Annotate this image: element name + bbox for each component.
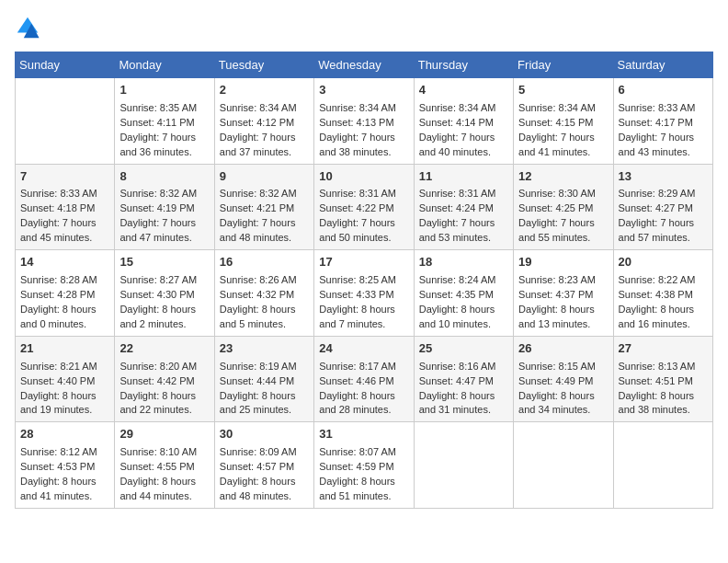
sunrise-text: Sunrise: 8:33 AM — [619, 101, 708, 116]
day-cell: 10Sunrise: 8:31 AMSunset: 4:22 PMDayligh… — [314, 164, 414, 250]
daylight-text: Daylight: 8 hours and 13 minutes. — [518, 303, 608, 332]
header-cell-saturday: Saturday — [613, 52, 712, 78]
sunset-text: Sunset: 4:37 PM — [518, 288, 608, 303]
day-cell: 13Sunrise: 8:29 AMSunset: 4:27 PMDayligh… — [613, 164, 712, 250]
calendar-header: SundayMondayTuesdayWednesdayThursdayFrid… — [16, 52, 713, 78]
daylight-text: Daylight: 7 hours and 53 minutes. — [419, 216, 508, 246]
logo — [15, 15, 44, 40]
day-cell: 31Sunrise: 8:07 AMSunset: 4:59 PMDayligh… — [314, 422, 414, 509]
sunset-text: Sunset: 4:17 PM — [619, 116, 708, 131]
daylight-text: Daylight: 8 hours and 38 minutes. — [619, 389, 708, 419]
sunset-text: Sunset: 4:19 PM — [119, 201, 209, 216]
daylight-text: Daylight: 8 hours and 16 minutes. — [619, 303, 708, 332]
sunrise-text: Sunrise: 8:13 AM — [619, 360, 708, 374]
daylight-text: Daylight: 7 hours and 45 minutes. — [20, 216, 109, 246]
day-cell: 14Sunrise: 8:28 AMSunset: 4:28 PMDayligh… — [16, 250, 115, 337]
sunset-text: Sunset: 4:30 PM — [119, 288, 209, 303]
daylight-text: Daylight: 8 hours and 0 minutes. — [20, 303, 109, 332]
day-number: 2 — [220, 82, 309, 99]
sunset-text: Sunset: 4:44 PM — [220, 374, 309, 389]
day-number: 28 — [20, 426, 109, 443]
day-number: 9 — [220, 168, 309, 186]
day-cell: 21Sunrise: 8:21 AMSunset: 4:40 PMDayligh… — [16, 336, 115, 422]
sunrise-text: Sunrise: 8:16 AM — [419, 360, 508, 374]
sunrise-text: Sunrise: 8:33 AM — [20, 187, 109, 201]
sunrise-text: Sunrise: 8:34 AM — [319, 101, 408, 116]
sunrise-text: Sunrise: 8:32 AM — [119, 187, 209, 201]
day-cell: 12Sunrise: 8:30 AMSunset: 4:25 PMDayligh… — [514, 164, 613, 250]
sunset-text: Sunset: 4:25 PM — [518, 201, 608, 216]
day-number: 30 — [220, 426, 309, 443]
day-cell: 29Sunrise: 8:10 AMSunset: 4:55 PMDayligh… — [115, 422, 214, 509]
sunrise-text: Sunrise: 8:21 AM — [20, 360, 109, 374]
daylight-text: Daylight: 8 hours and 25 minutes. — [220, 389, 309, 419]
daylight-text: Daylight: 7 hours and 37 minutes. — [220, 131, 309, 160]
sunrise-text: Sunrise: 8:34 AM — [419, 101, 508, 116]
sunset-text: Sunset: 4:53 PM — [20, 460, 109, 475]
day-number: 1 — [119, 82, 209, 99]
header-cell-sunday: Sunday — [16, 52, 115, 78]
sunset-text: Sunset: 4:14 PM — [419, 116, 508, 131]
day-cell: 11Sunrise: 8:31 AMSunset: 4:24 PMDayligh… — [414, 164, 513, 250]
calendar-body: 1Sunrise: 8:35 AMSunset: 4:11 PMDaylight… — [16, 78, 713, 509]
day-cell: 23Sunrise: 8:19 AMSunset: 4:44 PMDayligh… — [214, 336, 313, 422]
sunset-text: Sunset: 4:47 PM — [419, 374, 508, 389]
daylight-text: Daylight: 8 hours and 22 minutes. — [119, 389, 209, 419]
logo-icon — [15, 15, 40, 40]
day-number: 29 — [119, 426, 209, 443]
header-cell-wednesday: Wednesday — [314, 52, 414, 78]
day-cell: 15Sunrise: 8:27 AMSunset: 4:30 PMDayligh… — [115, 250, 214, 337]
day-cell: 7Sunrise: 8:33 AMSunset: 4:18 PMDaylight… — [16, 164, 115, 250]
day-cell: 24Sunrise: 8:17 AMSunset: 4:46 PMDayligh… — [314, 336, 414, 422]
sunrise-text: Sunrise: 8:35 AM — [119, 101, 209, 116]
day-number: 13 — [619, 168, 708, 186]
daylight-text: Daylight: 7 hours and 38 minutes. — [319, 131, 408, 160]
day-number: 17 — [319, 254, 408, 271]
day-cell: 30Sunrise: 8:09 AMSunset: 4:57 PMDayligh… — [214, 422, 313, 509]
day-cell — [414, 422, 513, 509]
sunrise-text: Sunrise: 8:07 AM — [319, 445, 408, 460]
daylight-text: Daylight: 7 hours and 41 minutes. — [518, 131, 608, 160]
day-cell: 8Sunrise: 8:32 AMSunset: 4:19 PMDaylight… — [115, 164, 214, 250]
week-row-3: 14Sunrise: 8:28 AMSunset: 4:28 PMDayligh… — [16, 250, 713, 337]
sunrise-text: Sunrise: 8:12 AM — [20, 445, 109, 460]
sunset-text: Sunset: 4:35 PM — [419, 288, 508, 303]
day-cell: 25Sunrise: 8:16 AMSunset: 4:47 PMDayligh… — [414, 336, 513, 422]
sunset-text: Sunset: 4:13 PM — [319, 116, 408, 131]
sunset-text: Sunset: 4:59 PM — [319, 460, 408, 475]
sunrise-text: Sunrise: 8:22 AM — [619, 273, 708, 288]
day-number: 22 — [119, 340, 209, 358]
day-cell: 18Sunrise: 8:24 AMSunset: 4:35 PMDayligh… — [414, 250, 513, 337]
day-cell: 28Sunrise: 8:12 AMSunset: 4:53 PMDayligh… — [16, 422, 115, 509]
sunrise-text: Sunrise: 8:24 AM — [419, 273, 508, 288]
sunrise-text: Sunrise: 8:20 AM — [119, 360, 209, 374]
sunrise-text: Sunrise: 8:29 AM — [619, 187, 708, 201]
sunset-text: Sunset: 4:11 PM — [119, 116, 209, 131]
day-number: 4 — [419, 82, 508, 99]
sunrise-text: Sunrise: 8:26 AM — [220, 273, 309, 288]
sunset-text: Sunset: 4:55 PM — [119, 460, 209, 475]
day-number: 31 — [319, 426, 408, 443]
sunset-text: Sunset: 4:22 PM — [319, 201, 408, 216]
daylight-text: Daylight: 8 hours and 2 minutes. — [119, 303, 209, 332]
week-row-2: 7Sunrise: 8:33 AMSunset: 4:18 PMDaylight… — [16, 164, 713, 250]
daylight-text: Daylight: 8 hours and 34 minutes. — [518, 389, 608, 419]
sunrise-text: Sunrise: 8:32 AM — [220, 187, 309, 201]
page-header — [15, 15, 713, 40]
day-number: 15 — [119, 254, 209, 271]
day-cell: 2Sunrise: 8:34 AMSunset: 4:12 PMDaylight… — [214, 78, 313, 165]
sunrise-text: Sunrise: 8:30 AM — [518, 187, 608, 201]
day-number: 6 — [619, 82, 708, 99]
day-cell: 3Sunrise: 8:34 AMSunset: 4:13 PMDaylight… — [314, 78, 414, 165]
day-number: 19 — [518, 254, 608, 271]
daylight-text: Daylight: 7 hours and 36 minutes. — [119, 131, 209, 160]
day-cell: 20Sunrise: 8:22 AMSunset: 4:38 PMDayligh… — [613, 250, 712, 337]
sunset-text: Sunset: 4:46 PM — [319, 374, 408, 389]
sunrise-text: Sunrise: 8:17 AM — [319, 360, 408, 374]
day-cell — [514, 422, 613, 509]
header-cell-friday: Friday — [514, 52, 613, 78]
day-cell: 27Sunrise: 8:13 AMSunset: 4:51 PMDayligh… — [613, 336, 712, 422]
sunset-text: Sunset: 4:49 PM — [518, 374, 608, 389]
daylight-text: Daylight: 8 hours and 10 minutes. — [419, 303, 508, 332]
sunrise-text: Sunrise: 8:19 AM — [220, 360, 309, 374]
